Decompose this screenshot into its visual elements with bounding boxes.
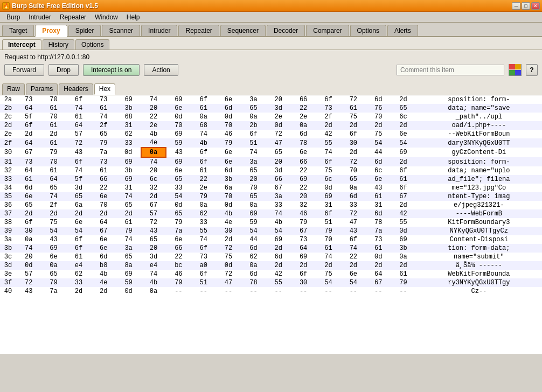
hex-cell[interactable]: 74 — [66, 166, 91, 175]
hex-cell[interactable]: 65 — [41, 184, 66, 192]
hex-cell[interactable]: 2f — [91, 121, 116, 130]
hex-cell[interactable]: 72 — [141, 218, 166, 227]
hex-cell[interactable]: 74 — [66, 104, 91, 113]
hex-cell[interactable]: -- — [191, 287, 216, 296]
hex-cell[interactable]: 6f — [66, 244, 91, 253]
hex-cell[interactable]: 69 — [391, 148, 415, 157]
hex-cell[interactable]: 74 — [191, 130, 216, 138]
hex-cell[interactable]: 51 — [316, 218, 341, 227]
menu-intruder[interactable]: Intruder — [24, 12, 55, 22]
hex-cell[interactable]: 61 — [41, 104, 66, 113]
hex-cell[interactable]: 2f — [41, 201, 66, 209]
hex-cell[interactable]: 2d — [266, 244, 291, 253]
hex-cell[interactable]: 6e — [41, 253, 66, 261]
hex-cell[interactable]: 54 — [366, 138, 391, 148]
hex-cell[interactable]: 69 — [316, 192, 341, 201]
hex-cell[interactable]: 79 — [166, 278, 191, 287]
hex-cell[interactable]: 22 — [291, 166, 316, 175]
hex-cell[interactable]: 2e — [141, 121, 166, 130]
hex-cell[interactable]: 61 — [16, 175, 41, 184]
hex-cell[interactable]: 31 — [316, 201, 341, 209]
hex-cell[interactable]: 46 — [216, 130, 241, 138]
hex-cell[interactable]: 69 — [116, 157, 141, 166]
hex-container[interactable]: 2a73706f736974696f6e3a20666f726d2dsposit… — [0, 95, 542, 354]
hex-cell[interactable]: 55 — [391, 218, 415, 227]
forward-button[interactable]: Forward — [4, 64, 44, 76]
hex-cell[interactable]: 72 — [341, 157, 366, 166]
hex-cell[interactable]: 69 — [291, 175, 316, 184]
hex-cell[interactable]: 6f — [16, 218, 41, 227]
hex-cell[interactable]: 67 — [291, 227, 316, 235]
view-tab-params[interactable]: Params — [26, 83, 58, 95]
hex-cell[interactable]: 6e — [91, 235, 116, 244]
hex-cell[interactable]: 67 — [366, 278, 391, 287]
hex-cell[interactable]: 2d — [216, 235, 241, 244]
hex-cell[interactable]: 65 — [241, 104, 266, 113]
hex-cell[interactable]: 65 — [141, 235, 166, 244]
hex-cell[interactable]: 2b — [241, 121, 266, 130]
hex-cell[interactable]: 22 — [291, 104, 316, 113]
hex-cell[interactable]: 61 — [316, 244, 341, 253]
hex-cell[interactable]: 65 — [91, 130, 116, 138]
hex-cell[interactable]: -- — [366, 287, 391, 296]
hex-cell[interactable]: 44 — [366, 148, 391, 157]
hex-cell[interactable]: 33 — [66, 278, 91, 287]
hex-cell[interactable]: 54 — [316, 278, 341, 287]
hex-cell[interactable]: 6e — [91, 192, 116, 201]
hex-cell[interactable]: 74 — [266, 209, 291, 218]
hex-cell[interactable]: 70 — [41, 157, 66, 166]
hex-cell[interactable]: 20 — [16, 253, 41, 261]
hex-cell[interactable]: 79 — [166, 218, 191, 227]
hex-cell[interactable]: 2e — [266, 113, 291, 121]
hex-cell[interactable]: 79 — [116, 227, 141, 235]
hex-cell[interactable]: 6a — [66, 201, 91, 209]
hex-cell[interactable]: 61 — [41, 166, 66, 175]
hex-cell[interactable]: 0a — [41, 261, 66, 270]
hex-cell[interactable]: 46 — [166, 270, 191, 278]
hex-cell[interactable]: 74 — [316, 148, 341, 157]
hex-cell[interactable]: 54 — [341, 278, 366, 287]
close-button[interactable]: ✕ — [531, 2, 540, 10]
hex-cell[interactable]: 67 — [266, 184, 291, 192]
hex-cell[interactable]: 59 — [241, 218, 266, 227]
hex-cell[interactable]: 2d — [316, 121, 341, 130]
hex-cell[interactable]: 6f — [66, 95, 91, 104]
hex-cell[interactable]: 0d — [116, 287, 141, 296]
hex-cell[interactable]: 6f — [191, 148, 216, 157]
hex-cell[interactable]: 2d — [391, 157, 415, 166]
hex-cell[interactable]: 64 — [366, 270, 391, 278]
hex-cell[interactable]: 75 — [41, 218, 66, 227]
hex-cell[interactable]: 0a — [241, 201, 266, 209]
hex-cell[interactable]: 61 — [41, 138, 66, 148]
hex-cell[interactable]: -- — [341, 287, 366, 296]
hex-cell[interactable]: 51 — [241, 138, 266, 148]
hex-cell[interactable]: 30 — [16, 227, 41, 235]
hex-cell[interactable]: 6f — [316, 95, 341, 104]
hex-cell[interactable]: 62 — [191, 209, 216, 218]
hex-cell[interactable]: -- — [241, 287, 266, 296]
hex-cell[interactable]: 30 — [216, 227, 241, 235]
highlight-button[interactable] — [509, 64, 522, 76]
hex-cell[interactable]: 6d — [216, 166, 241, 175]
hex-cell[interactable]: 20 — [141, 244, 166, 253]
hex-cell[interactable]: 4b — [141, 278, 166, 287]
hex-cell[interactable]: 79 — [41, 148, 66, 157]
hex-cell[interactable]: 0d — [391, 227, 415, 235]
hex-cell[interactable]: 70 — [316, 235, 341, 244]
hex-cell[interactable]: 6f — [341, 235, 366, 244]
hex-cell[interactable]: 70 — [241, 184, 266, 192]
hex-cell[interactable]: 2d — [91, 287, 116, 296]
hex-cell[interactable]: 61 — [66, 113, 91, 121]
hex-cell[interactable]: 20 — [141, 104, 166, 113]
hex-cell[interactable]: 6f — [391, 166, 415, 175]
hex-cell[interactable]: 62 — [241, 253, 266, 261]
hex-cell[interactable]: 0a — [16, 235, 41, 244]
hex-cell[interactable]: 74 — [141, 157, 166, 166]
hex-cell[interactable]: 65 — [16, 201, 41, 209]
hex-cell[interactable]: 59 — [166, 138, 191, 148]
hex-cell[interactable]: 2d — [341, 148, 366, 157]
hex-cell[interactable]: 3d — [66, 184, 91, 192]
hex-cell[interactable]: 74 — [41, 192, 66, 201]
hex-cell[interactable]: 33 — [266, 201, 291, 209]
hex-cell[interactable]: 68 — [191, 121, 216, 130]
